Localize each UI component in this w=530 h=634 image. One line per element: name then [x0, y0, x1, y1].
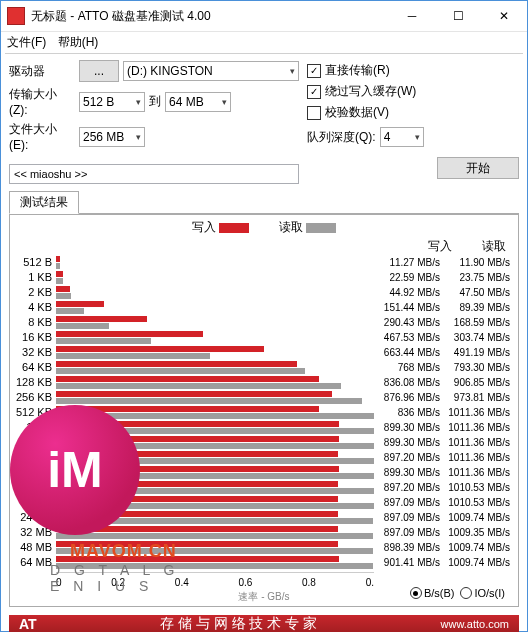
bar-cell	[56, 450, 374, 465]
write-value: 151.44 MB/s	[374, 300, 444, 315]
bar-cell	[56, 300, 374, 315]
checkbox-icon	[307, 106, 321, 120]
read-value: 1011.36 MB/s	[444, 450, 514, 465]
write-value: 899.30 MB/s	[374, 465, 444, 480]
row-label: 64 KB	[14, 360, 56, 375]
bar-cell	[56, 495, 374, 510]
bar-cell	[56, 285, 374, 300]
bar-cell	[56, 465, 374, 480]
row-label: 64 MB	[14, 555, 56, 570]
maximize-btn[interactable]: ☐	[435, 1, 481, 31]
bypass-cache-checkbox[interactable]: ✓绕过写入缓存(W)	[307, 83, 519, 100]
filesize-select[interactable]: 256 MB▾	[79, 127, 145, 147]
bar-cell	[56, 330, 374, 345]
radio-icon	[460, 587, 472, 599]
write-value: 836.08 MB/s	[374, 375, 444, 390]
row-label: 128 KB	[14, 375, 56, 390]
transfer-to-select[interactable]: 64 MB▾	[165, 92, 231, 112]
write-value: 876.96 MB/s	[374, 390, 444, 405]
menu-file[interactable]: 文件(F)	[7, 35, 46, 49]
row-label: 8 KB	[14, 315, 56, 330]
description-input[interactable]: << miaoshu >>	[9, 164, 299, 184]
chevron-down-icon: ▾	[415, 132, 420, 142]
bar-cell	[56, 375, 374, 390]
read-value: 47.50 MB/s	[444, 285, 514, 300]
row-label: 8 MB	[14, 465, 56, 480]
read-swatch	[306, 223, 336, 233]
chevron-down-icon: ▾	[136, 132, 141, 142]
drive-select[interactable]: (D:) KINGSTON▾	[123, 61, 299, 81]
row-label: 24 MB	[14, 510, 56, 525]
radio-icon	[410, 587, 422, 599]
browse-button[interactable]: ...	[79, 60, 119, 82]
read-value: 793.30 MB/s	[444, 360, 514, 375]
write-value: 290.43 MB/s	[374, 315, 444, 330]
app-icon	[7, 7, 25, 25]
read-value: 973.81 MB/s	[444, 390, 514, 405]
row-label: 32 KB	[14, 345, 56, 360]
bar-cell	[56, 510, 374, 525]
atto-banner: AT 存 储 与 网 络 技 术 专 家 www.atto.com	[9, 615, 519, 632]
row-label: 4 MB	[14, 450, 56, 465]
verify-data-checkbox[interactable]: 校验数据(V)	[307, 104, 519, 121]
bar-cell	[56, 480, 374, 495]
transfer-from-select[interactable]: 512 B▾	[79, 92, 145, 112]
chart-body: 512 B11.27 MB/s11.90 MB/s1 KB22.59 MB/s2…	[14, 255, 514, 604]
titlebar: 无标题 - ATTO 磁盘基准测试 4.00 ─ ☐ ✕	[1, 1, 527, 32]
bar-cell	[56, 390, 374, 405]
row-label: 1 KB	[14, 270, 56, 285]
read-value: 1009.74 MB/s	[444, 540, 514, 555]
read-value: 168.59 MB/s	[444, 315, 514, 330]
row-label: 48 MB	[14, 540, 56, 555]
bar-cell	[56, 360, 374, 375]
read-value: 491.19 MB/s	[444, 345, 514, 360]
tab-results[interactable]: 测试结果	[9, 191, 79, 214]
read-value: 89.39 MB/s	[444, 300, 514, 315]
write-value: 899.30 MB/s	[374, 435, 444, 450]
read-value: 23.75 MB/s	[444, 270, 514, 285]
close-btn[interactable]: ✕	[481, 1, 527, 31]
bar-cell	[56, 315, 374, 330]
checkbox-icon: ✓	[307, 64, 321, 78]
row-label: 512 KB	[14, 405, 56, 420]
chart-legend: 写入 读取	[14, 219, 514, 236]
direct-transfer-checkbox[interactable]: ✓直接传输(R)	[307, 62, 519, 79]
drive-label: 驱动器	[9, 63, 75, 80]
read-value: 1009.74 MB/s	[444, 510, 514, 525]
chevron-down-icon: ▾	[136, 97, 141, 107]
unit-radio-group: B/s(B) IO/s(I)	[407, 586, 508, 600]
bar-cell	[56, 555, 374, 570]
window-title: 无标题 - ATTO 磁盘基准测试 4.00	[31, 8, 389, 25]
radio-iops[interactable]: IO/s(I)	[460, 587, 505, 599]
write-value: 11.27 MB/s	[374, 255, 444, 270]
queue-depth-select[interactable]: 4▾	[380, 127, 424, 147]
read-value: 1011.36 MB/s	[444, 420, 514, 435]
write-value: 897.20 MB/s	[374, 480, 444, 495]
write-value: 44.92 MB/s	[374, 285, 444, 300]
row-label: 512 B	[14, 255, 56, 270]
write-value: 897.09 MB/s	[374, 495, 444, 510]
row-label: 12 MB	[14, 480, 56, 495]
bar-cell	[56, 435, 374, 450]
row-label: 256 KB	[14, 390, 56, 405]
bar-cell	[56, 525, 374, 540]
read-value: 11.90 MB/s	[444, 255, 514, 270]
write-value: 897.09 MB/s	[374, 525, 444, 540]
start-button[interactable]: 开始	[437, 157, 519, 179]
read-value: 1009.35 MB/s	[444, 525, 514, 540]
write-value: 768 MB/s	[374, 360, 444, 375]
menu-help[interactable]: 帮助(H)	[58, 35, 99, 49]
results-panel: 写入 读取 写入读取 512 B11.27 MB/s11.90 MB/s1 KB…	[9, 214, 519, 607]
read-value: 303.74 MB/s	[444, 330, 514, 345]
read-value: 1010.53 MB/s	[444, 495, 514, 510]
queue-label: 队列深度(Q):	[307, 129, 376, 146]
write-value: 663.44 MB/s	[374, 345, 444, 360]
row-label: 4 KB	[14, 300, 56, 315]
radio-bps[interactable]: B/s(B)	[410, 587, 455, 599]
row-label: 16 KB	[14, 330, 56, 345]
minimize-btn[interactable]: ─	[389, 1, 435, 31]
chevron-down-icon: ▾	[222, 97, 227, 107]
filesize-label: 文件大小(E):	[9, 121, 75, 152]
read-value: 1009.74 MB/s	[444, 555, 514, 570]
write-value: 897.09 MB/s	[374, 510, 444, 525]
